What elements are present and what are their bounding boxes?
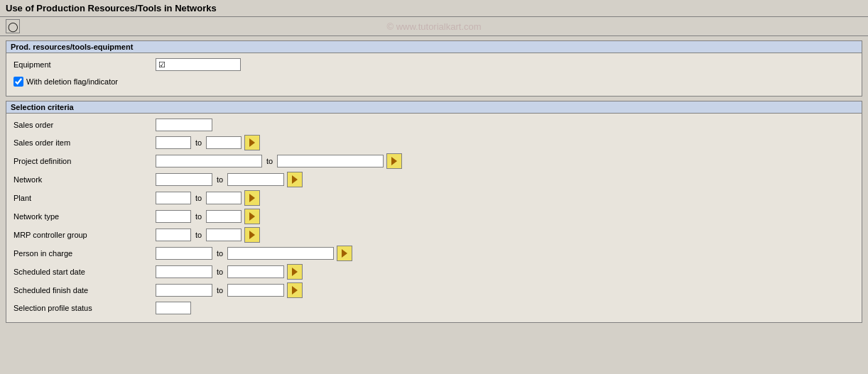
title-bar: Use of Production Resources/Tools in Net… <box>0 0 868 17</box>
person-in-charge-from[interactable] <box>156 247 212 260</box>
mrp-controller-group-label: MRP controller group <box>13 231 156 239</box>
deletion-flag-label: With deletion flag/indicator <box>26 77 118 86</box>
network-from[interactable] <box>156 173 212 186</box>
mrp-controller-group-row: MRP controller group to <box>13 227 855 243</box>
sales-order-input[interactable] <box>156 119 212 131</box>
scheduled-finish-date-nav-btn[interactable] <box>287 282 303 298</box>
equipment-section-header: Prod. resources/tools-equipment <box>6 41 862 53</box>
project-definition-nav-btn[interactable] <box>386 153 402 169</box>
selection-profile-status-label: Selection profile status <box>13 304 156 312</box>
network-type-label: Network type <box>13 212 156 221</box>
plant-to[interactable] <box>206 192 242 204</box>
selection-section: Selection criteria Sales order Sales ord… <box>6 101 862 323</box>
network-type-from[interactable] <box>156 210 191 223</box>
project-definition-row: Project definition to <box>13 153 855 169</box>
person-in-charge-to[interactable] <box>227 247 334 260</box>
toolbar: ◯ © www.tutorialkart.com <box>0 17 868 36</box>
selection-section-body: Sales order Sales order item to Project … <box>6 114 862 322</box>
sales-order-item-to[interactable] <box>206 136 242 149</box>
scheduled-start-date-to[interactable] <box>227 265 284 278</box>
sales-order-label: Sales order <box>13 121 156 129</box>
network-to-label: to <box>217 175 223 184</box>
equipment-section: Prod. resources/tools-equipment Equipmen… <box>6 40 862 97</box>
equipment-check-mark: ☑ <box>158 60 166 70</box>
network-label: Network <box>13 175 156 184</box>
mrp-controller-group-to-label: to <box>195 231 202 239</box>
selection-profile-status-row: Selection profile status <box>13 301 855 315</box>
project-definition-to[interactable] <box>277 155 384 167</box>
deletion-flag-checkbox[interactable] <box>13 77 23 87</box>
person-in-charge-nav-btn[interactable] <box>337 246 352 261</box>
clock-icon[interactable]: ◯ <box>6 19 20 33</box>
project-definition-label: Project definition <box>13 157 156 165</box>
person-in-charge-row: Person in charge to <box>13 246 855 261</box>
watermark: © www.tutorialkart.com <box>386 21 481 32</box>
network-to[interactable] <box>227 173 284 186</box>
plant-to-label: to <box>195 194 202 202</box>
mrp-controller-group-from[interactable] <box>156 229 191 241</box>
equipment-label: Equipment <box>13 60 156 69</box>
project-definition-from[interactable] <box>156 155 262 167</box>
scheduled-finish-date-row: Scheduled finish date to <box>13 282 855 298</box>
scheduled-finish-date-from[interactable] <box>156 284 212 297</box>
plant-row: Plant to <box>13 190 855 206</box>
sales-order-item-to-label: to <box>195 138 202 147</box>
person-in-charge-label: Person in charge <box>13 249 156 258</box>
scheduled-finish-date-to-label: to <box>217 286 223 295</box>
equipment-row: Equipment ☑ <box>13 57 855 72</box>
scheduled-start-date-row: Scheduled start date to <box>13 264 855 280</box>
sales-order-item-label: Sales order item <box>13 138 156 147</box>
scheduled-finish-date-label: Scheduled finish date <box>13 286 156 295</box>
network-type-nav-btn[interactable] <box>244 209 260 224</box>
network-row: Network to <box>13 172 855 187</box>
scheduled-finish-date-to[interactable] <box>227 284 284 297</box>
equipment-checkbox-display[interactable]: ☑ <box>156 58 241 71</box>
project-definition-to-label: to <box>266 157 273 165</box>
page-title: Use of Production Resources/Tools in Net… <box>6 3 217 13</box>
main-content: Prod. resources/tools-equipment Equipmen… <box>0 36 868 331</box>
equipment-section-body: Equipment ☑ With deletion flag/indicator <box>6 53 862 96</box>
scheduled-start-date-from[interactable] <box>156 265 212 278</box>
deletion-flag-row: With deletion flag/indicator <box>13 75 855 89</box>
selection-section-header: Selection criteria <box>6 101 862 114</box>
sales-order-row: Sales order <box>13 118 855 132</box>
network-type-to[interactable] <box>206 210 242 223</box>
scheduled-start-date-to-label: to <box>217 268 223 276</box>
sales-order-item-row: Sales order item to <box>13 135 855 150</box>
selection-profile-status-input[interactable] <box>156 302 191 314</box>
sales-order-item-nav-btn[interactable] <box>244 135 260 150</box>
mrp-controller-group-nav-btn[interactable] <box>244 227 260 243</box>
mrp-controller-group-to[interactable] <box>206 229 242 241</box>
sales-order-item-from[interactable] <box>156 136 191 149</box>
scheduled-start-date-nav-btn[interactable] <box>287 264 303 280</box>
plant-from[interactable] <box>156 192 191 204</box>
plant-label: Plant <box>13 194 156 202</box>
network-type-row: Network type to <box>13 209 855 224</box>
scheduled-start-date-label: Scheduled start date <box>13 268 156 276</box>
network-type-to-label: to <box>195 212 202 221</box>
deletion-flag-field: With deletion flag/indicator <box>13 77 118 87</box>
person-in-charge-to-label: to <box>217 249 223 258</box>
plant-nav-btn[interactable] <box>244 190 260 206</box>
network-nav-btn[interactable] <box>287 172 303 187</box>
